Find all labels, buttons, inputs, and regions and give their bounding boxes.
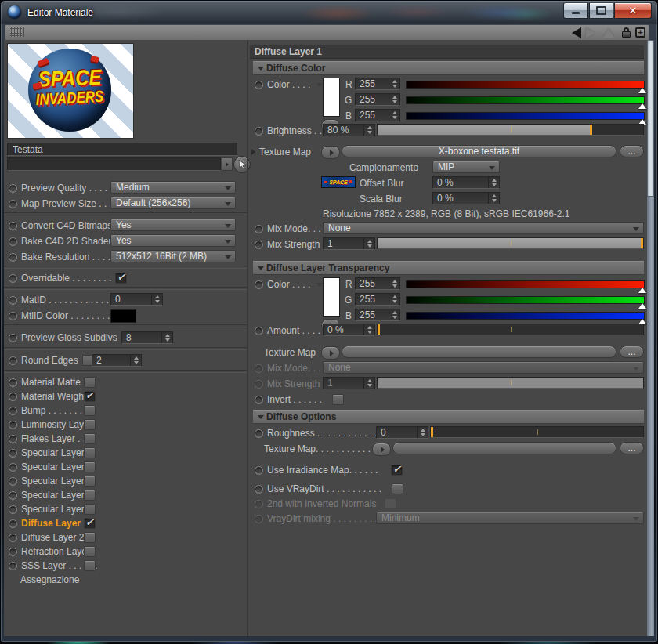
- param-dot[interactable]: [9, 491, 17, 500]
- param-dot[interactable]: [9, 435, 17, 443]
- texture-browse-button[interactable]: ...: [620, 346, 644, 358]
- close-button[interactable]: ✕: [614, 2, 652, 19]
- param-dot[interactable]: [255, 127, 263, 136]
- param-dot[interactable]: [9, 312, 17, 320]
- map-preview-size-dropdown[interactable]: Default (256x256): [110, 197, 236, 209]
- spinner-arrows-icon[interactable]: [488, 177, 499, 188]
- spinner-arrows-icon[interactable]: [389, 294, 400, 305]
- maximize-button[interactable]: [589, 2, 613, 19]
- spinner-arrows-icon[interactable]: [389, 278, 400, 289]
- spinner-arrows-icon[interactable]: [161, 332, 172, 343]
- minimize-button[interactable]: [563, 2, 588, 19]
- assegnazione-label[interactable]: Assegnazione: [20, 574, 79, 585]
- param-dot[interactable]: [9, 548, 17, 556]
- param-dot[interactable]: [255, 429, 263, 438]
- lock-icon[interactable]: [622, 27, 631, 38]
- invert-checkbox[interactable]: [332, 394, 344, 405]
- material-preview[interactable]: SPACE INVADERS: [7, 43, 134, 139]
- bake-resolution-dropdown[interactable]: 512x512 16Bit (2 MB): [110, 250, 236, 262]
- param-dot[interactable]: [9, 449, 17, 458]
- param-dot[interactable]: [255, 280, 263, 289]
- spinner-arrows-icon[interactable]: [151, 294, 162, 305]
- param-dot[interactable]: [9, 237, 17, 246]
- param-dot[interactable]: [255, 81, 263, 89]
- brightness-spinner[interactable]: 80 %: [323, 124, 375, 136]
- b-spinner[interactable]: 255: [355, 109, 400, 121]
- spinner-arrows-icon[interactable]: [389, 78, 400, 89]
- section-header-transparency[interactable]: Diffuse Layer Transparency: [253, 261, 644, 275]
- channel-checkbox[interactable]: [84, 447, 96, 458]
- drag-grip-icon[interactable]: [10, 27, 24, 37]
- param-dot[interactable]: [255, 327, 263, 335]
- param-dot[interactable]: [9, 222, 17, 230]
- blue-gradient-slider[interactable]: [406, 112, 645, 120]
- mix-strength-spinner[interactable]: 1: [323, 237, 375, 250]
- param-dot[interactable]: [9, 200, 17, 208]
- spinner-arrows-icon[interactable]: [363, 125, 374, 136]
- param-dot[interactable]: [9, 407, 17, 415]
- param-dot[interactable]: [9, 393, 17, 401]
- scrollbar-thumb[interactable]: [647, 40, 654, 197]
- g-spinner[interactable]: 255: [355, 93, 400, 106]
- channel-checkbox[interactable]: [84, 433, 96, 444]
- round-edges-spinner[interactable]: 2: [92, 354, 142, 367]
- texture-expand-button[interactable]: [321, 146, 340, 159]
- param-dot[interactable]: [9, 421, 17, 429]
- channel-checkbox[interactable]: [84, 490, 96, 501]
- material-name-field[interactable]: Testata: [7, 143, 237, 156]
- param-dot[interactable]: [255, 485, 263, 494]
- param-dot[interactable]: [9, 184, 17, 193]
- layer-expand-button[interactable]: [222, 157, 233, 171]
- param-dot[interactable]: [9, 534, 17, 542]
- offset-blur-spinner[interactable]: 0 %: [432, 176, 500, 189]
- param-dot[interactable]: [9, 477, 17, 486]
- vertical-scrollbar[interactable]: [647, 40, 654, 636]
- up-arrow-icon[interactable]: [603, 28, 614, 38]
- spinner-arrows-icon[interactable]: [389, 110, 400, 121]
- scala-blur-spinner[interactable]: 0 %: [432, 192, 500, 204]
- amount-spinner[interactable]: 0 %: [323, 324, 375, 336]
- param-dot[interactable]: [9, 519, 17, 528]
- mtlid-color-swatch[interactable]: [110, 309, 136, 323]
- param-dot[interactable]: [9, 356, 17, 365]
- preview-quality-dropdown[interactable]: Medium: [110, 181, 236, 194]
- expander-arrow-icon[interactable]: [251, 149, 255, 155]
- slider-handle-icon[interactable]: [638, 88, 646, 93]
- use-irradiance-checkbox[interactable]: ✔: [391, 465, 403, 476]
- blue-gradient-slider[interactable]: [406, 312, 645, 320]
- texture-file-button[interactable]: [342, 346, 616, 358]
- param-dot[interactable]: [9, 274, 17, 283]
- spinner-arrows-icon[interactable]: [130, 355, 141, 366]
- spinner-arrows-icon[interactable]: [389, 94, 400, 105]
- section-header-diffuse-color[interactable]: Diffuse Color: [253, 61, 644, 75]
- amount-slider[interactable]: [377, 324, 644, 335]
- param-dot[interactable]: [9, 378, 17, 387]
- param-dot[interactable]: [255, 466, 263, 475]
- channel-checkbox[interactable]: [84, 476, 96, 487]
- section-header-options[interactable]: Diffuse Options: [253, 410, 644, 424]
- selected-channel-label[interactable]: Diffuse Layer 1: [21, 518, 89, 529]
- channel-checkbox[interactable]: [84, 546, 96, 557]
- mix-strength-slider[interactable]: [377, 237, 644, 249]
- slider-handle-icon[interactable]: [638, 303, 646, 309]
- channel-checkbox[interactable]: [84, 419, 96, 430]
- param-dot[interactable]: [9, 505, 17, 514]
- texture-file-button[interactable]: [392, 442, 616, 454]
- spinner-arrows-icon[interactable]: [363, 238, 374, 249]
- spinner-arrows-icon[interactable]: [389, 309, 400, 320]
- channel-checkbox[interactable]: ✔: [84, 391, 96, 402]
- param-dot[interactable]: [9, 253, 17, 262]
- texture-expand-button[interactable]: [321, 346, 340, 360]
- texture-file-button[interactable]: X-boxone testata.tif: [342, 145, 616, 157]
- convert-bitmaps-dropdown[interactable]: Yes: [110, 219, 236, 231]
- use-vraydirt-checkbox[interactable]: [392, 483, 403, 494]
- gloss-subdivs-spinner[interactable]: 8: [121, 331, 173, 344]
- texture-browse-button[interactable]: ...: [620, 145, 644, 157]
- param-dot[interactable]: [255, 225, 263, 233]
- r-spinner[interactable]: 255: [355, 78, 400, 90]
- color-swatch[interactable]: [323, 78, 340, 117]
- param-dot[interactable]: [255, 241, 263, 249]
- brightness-slider[interactable]: [377, 124, 644, 136]
- b-spinner[interactable]: 255: [355, 309, 400, 321]
- spinner-arrows-icon[interactable]: [363, 324, 374, 335]
